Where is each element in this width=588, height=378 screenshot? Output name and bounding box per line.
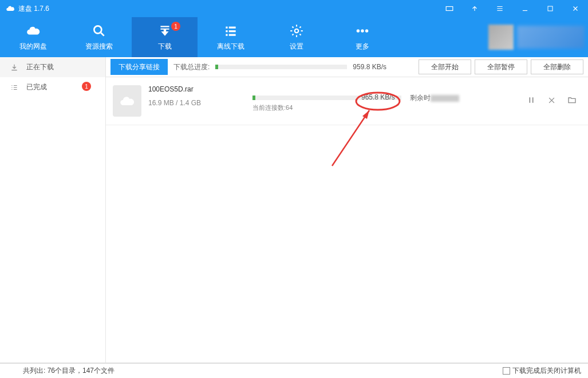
minimize-button[interactable] <box>512 0 538 17</box>
upload-icon[interactable] <box>462 0 487 17</box>
nav-my-disk[interactable]: 我的网盘 <box>0 17 66 57</box>
total-progress-bar <box>215 65 347 69</box>
skin-icon[interactable] <box>487 0 512 17</box>
sidebar-item-label: 正在下载 <box>26 62 54 72</box>
nav-offline[interactable]: 离线下载 <box>198 17 263 57</box>
checklist-icon <box>10 83 18 91</box>
nav-badge: 1 <box>171 22 180 31</box>
cloud-disk-icon <box>26 23 41 38</box>
close-button[interactable] <box>563 0 588 17</box>
sidebar-badge: 1 <box>82 82 91 91</box>
total-speed: 959.8 KB/s <box>353 63 386 71</box>
toolbar: 下载分享链接 下载总进度: 959.8 KB/s 全部开始 全部暂停 全部删除 <box>106 57 588 77</box>
nav-label: 设置 <box>290 42 303 51</box>
nav-label: 资源搜索 <box>85 42 113 51</box>
search-icon <box>92 23 106 38</box>
svg-point-6 <box>365 29 368 32</box>
svg-point-5 <box>361 29 364 32</box>
item-remaining: 剩余时 <box>410 93 459 103</box>
more-icon <box>355 23 370 38</box>
start-all-button[interactable]: 全部开始 <box>419 59 471 74</box>
nav-label: 我的网盘 <box>19 42 47 51</box>
nav-download[interactable]: 下载 1 <box>132 17 198 57</box>
folder-icon[interactable] <box>567 96 577 107</box>
gear-icon <box>289 23 304 38</box>
nav-user-area[interactable] <box>485 17 588 57</box>
file-cloud-icon <box>113 85 141 117</box>
nav-more[interactable]: 更多 <box>329 17 395 57</box>
nav-label: 更多 <box>356 42 369 51</box>
connections-count: 当前连接数:64 <box>252 104 520 112</box>
sidebar: 正在下载 已完成 1 <box>0 57 106 363</box>
download-small-icon <box>10 63 18 71</box>
cloud-icon <box>6 4 15 13</box>
nav-label: 下载 <box>158 42 172 51</box>
top-nav: 我的网盘 资源搜索 下载 1 离线下载 设置 更多 <box>0 17 588 57</box>
svg-point-3 <box>294 29 298 33</box>
nav-search[interactable]: 资源搜索 <box>66 17 132 57</box>
download-icon <box>157 23 172 38</box>
svg-rect-1 <box>548 6 553 11</box>
avatar <box>488 25 514 50</box>
nav-settings[interactable]: 设置 <box>263 17 329 57</box>
download-item[interactable]: 100EOS5D.rar 16.9 MB / 1.4 GB 965.8 KB/s… <box>106 77 588 125</box>
download-list: 100EOS5D.rar 16.9 MB / 1.4 GB 965.8 KB/s… <box>106 77 588 363</box>
app-title: 速盘 1.7.6 <box>18 4 49 14</box>
svg-point-2 <box>94 26 101 33</box>
list-icon <box>223 23 238 38</box>
sidebar-item-downloading[interactable]: 正在下载 <box>0 57 105 77</box>
close-icon[interactable] <box>547 96 556 107</box>
sidebar-item-completed[interactable]: 已完成 1 <box>0 77 105 97</box>
file-size: 16.9 MB / 1.4 GB <box>148 99 246 107</box>
svg-rect-0 <box>446 7 453 11</box>
delete-all-button[interactable]: 全部删除 <box>531 59 583 74</box>
keyboard-icon[interactable] <box>437 0 462 17</box>
user-info-blurred <box>517 26 585 49</box>
total-progress-label: 下载总进度: <box>173 62 210 72</box>
status-bar: 共列出: 76个目录，147个文件 下载完成后关闭计算机 <box>0 363 588 378</box>
pause-icon[interactable] <box>527 96 536 107</box>
file-name: 100EOS5D.rar <box>148 85 246 93</box>
item-speed: 965.8 KB/s <box>361 93 395 101</box>
shutdown-checkbox[interactable] <box>503 367 510 375</box>
share-link-button[interactable]: 下载分享链接 <box>111 59 168 75</box>
shutdown-label: 下载完成后关闭计算机 <box>512 366 581 376</box>
status-summary: 共列出: 76个目录，147个文件 <box>23 366 115 376</box>
maximize-button[interactable] <box>538 0 563 17</box>
titlebar: 速盘 1.7.6 <box>0 0 588 17</box>
svg-point-4 <box>356 29 359 32</box>
sidebar-item-label: 已完成 <box>26 82 47 92</box>
nav-label: 离线下载 <box>217 42 244 51</box>
pause-all-button[interactable]: 全部暂停 <box>475 59 527 74</box>
